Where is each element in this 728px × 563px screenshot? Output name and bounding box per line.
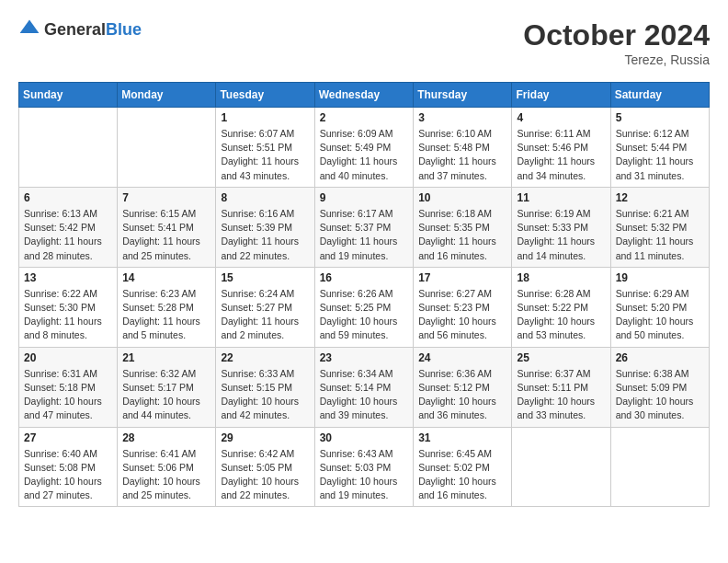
calendar-cell: 14Sunrise: 6:23 AM Sunset: 5:28 PM Dayli…: [118, 267, 216, 347]
day-info: Sunrise: 6:28 AM Sunset: 5:22 PM Dayligh…: [517, 287, 605, 343]
calendar-week-row: 27Sunrise: 6:40 AM Sunset: 5:08 PM Dayli…: [19, 427, 710, 507]
svg-marker-0: [20, 20, 40, 33]
day-info: Sunrise: 6:41 AM Sunset: 5:06 PM Dayligh…: [122, 447, 210, 503]
calendar-cell: 21Sunrise: 6:32 AM Sunset: 5:17 PM Dayli…: [118, 347, 216, 427]
day-info: Sunrise: 6:17 AM Sunset: 5:37 PM Dayligh…: [320, 207, 409, 263]
calendar-week-row: 6Sunrise: 6:13 AM Sunset: 5:42 PM Daylig…: [19, 187, 710, 267]
calendar-cell: [512, 427, 610, 507]
day-of-week-header: Saturday: [610, 83, 709, 108]
calendar-week-row: 20Sunrise: 6:31 AM Sunset: 5:18 PM Dayli…: [19, 347, 710, 427]
calendar-cell: 17Sunrise: 6:27 AM Sunset: 5:23 PM Dayli…: [414, 267, 512, 347]
day-number: 9: [320, 191, 409, 204]
day-number: 22: [221, 351, 309, 364]
day-of-week-header: Wednesday: [314, 83, 414, 108]
day-number: 8: [221, 191, 309, 204]
calendar-week-row: 1Sunrise: 6:07 AM Sunset: 5:51 PM Daylig…: [19, 108, 710, 188]
day-number: 21: [122, 351, 210, 364]
day-of-week-header: Friday: [512, 83, 610, 108]
day-info: Sunrise: 6:19 AM Sunset: 5:33 PM Dayligh…: [517, 207, 605, 263]
day-info: Sunrise: 6:22 AM Sunset: 5:30 PM Dayligh…: [24, 287, 112, 343]
day-info: Sunrise: 6:18 AM Sunset: 5:35 PM Dayligh…: [418, 207, 506, 263]
calendar-body: 1Sunrise: 6:07 AM Sunset: 5:51 PM Daylig…: [19, 108, 710, 507]
day-info: Sunrise: 6:40 AM Sunset: 5:08 PM Dayligh…: [24, 447, 112, 503]
calendar-cell: 2Sunrise: 6:09 AM Sunset: 5:49 PM Daylig…: [314, 108, 414, 188]
day-number: 16: [320, 271, 409, 284]
day-info: Sunrise: 6:43 AM Sunset: 5:03 PM Dayligh…: [320, 447, 409, 503]
day-number: 12: [616, 191, 704, 204]
calendar-cell: 6Sunrise: 6:13 AM Sunset: 5:42 PM Daylig…: [19, 187, 118, 267]
calendar-cell: 1Sunrise: 6:07 AM Sunset: 5:51 PM Daylig…: [216, 108, 314, 188]
calendar-cell: 5Sunrise: 6:12 AM Sunset: 5:44 PM Daylig…: [610, 108, 709, 188]
calendar-cell: 7Sunrise: 6:15 AM Sunset: 5:41 PM Daylig…: [118, 187, 216, 267]
days-header-row: SundayMondayTuesdayWednesdayThursdayFrid…: [19, 83, 710, 108]
day-info: Sunrise: 6:15 AM Sunset: 5:41 PM Dayligh…: [122, 207, 210, 263]
day-number: 13: [24, 271, 112, 284]
calendar-cell: 20Sunrise: 6:31 AM Sunset: 5:18 PM Dayli…: [19, 347, 118, 427]
calendar-cell: 24Sunrise: 6:36 AM Sunset: 5:12 PM Dayli…: [414, 347, 512, 427]
calendar-cell: 16Sunrise: 6:26 AM Sunset: 5:25 PM Dayli…: [314, 267, 414, 347]
calendar-cell: 19Sunrise: 6:29 AM Sunset: 5:20 PM Dayli…: [610, 267, 709, 347]
calendar-cell: 11Sunrise: 6:19 AM Sunset: 5:33 PM Dayli…: [512, 187, 610, 267]
logo: GeneralBlue: [18, 18, 142, 40]
day-info: Sunrise: 6:29 AM Sunset: 5:20 PM Dayligh…: [616, 287, 704, 343]
day-number: 15: [221, 271, 309, 284]
day-info: Sunrise: 6:42 AM Sunset: 5:05 PM Dayligh…: [221, 447, 309, 503]
day-info: Sunrise: 6:32 AM Sunset: 5:17 PM Dayligh…: [122, 367, 210, 423]
calendar-cell: [118, 108, 216, 188]
day-info: Sunrise: 6:12 AM Sunset: 5:44 PM Dayligh…: [616, 127, 704, 183]
calendar-cell: 15Sunrise: 6:24 AM Sunset: 5:27 PM Dayli…: [216, 267, 314, 347]
page-header: GeneralBlue October 2024 Tereze, Russia: [18, 18, 710, 67]
day-number: 19: [616, 271, 704, 284]
location: Tereze, Russia: [523, 52, 710, 67]
calendar-cell: 26Sunrise: 6:38 AM Sunset: 5:09 PM Dayli…: [610, 347, 709, 427]
calendar-cell: 27Sunrise: 6:40 AM Sunset: 5:08 PM Dayli…: [19, 427, 118, 507]
day-number: 30: [320, 431, 409, 444]
day-info: Sunrise: 6:38 AM Sunset: 5:09 PM Dayligh…: [616, 367, 704, 423]
calendar-cell: 31Sunrise: 6:45 AM Sunset: 5:02 PM Dayli…: [414, 427, 512, 507]
day-info: Sunrise: 6:16 AM Sunset: 5:39 PM Dayligh…: [221, 207, 309, 263]
calendar-week-row: 13Sunrise: 6:22 AM Sunset: 5:30 PM Dayli…: [19, 267, 710, 347]
calendar-cell: 12Sunrise: 6:21 AM Sunset: 5:32 PM Dayli…: [610, 187, 709, 267]
day-number: 20: [24, 351, 112, 364]
day-info: Sunrise: 6:26 AM Sunset: 5:25 PM Dayligh…: [320, 287, 409, 343]
day-info: Sunrise: 6:33 AM Sunset: 5:15 PM Dayligh…: [221, 367, 309, 423]
calendar-cell: 22Sunrise: 6:33 AM Sunset: 5:15 PM Dayli…: [216, 347, 314, 427]
day-number: 28: [122, 431, 210, 444]
logo-blue: Blue: [106, 20, 142, 39]
day-of-week-header: Sunday: [19, 83, 118, 108]
day-number: 3: [418, 111, 506, 124]
calendar-table: SundayMondayTuesdayWednesdayThursdayFrid…: [18, 82, 710, 507]
day-number: 7: [122, 191, 210, 204]
calendar-cell: 28Sunrise: 6:41 AM Sunset: 5:06 PM Dayli…: [118, 427, 216, 507]
day-info: Sunrise: 6:07 AM Sunset: 5:51 PM Dayligh…: [221, 127, 309, 183]
calendar-cell: 13Sunrise: 6:22 AM Sunset: 5:30 PM Dayli…: [19, 267, 118, 347]
day-number: 18: [517, 271, 605, 284]
month-title: October 2024: [523, 18, 710, 52]
day-number: 1: [221, 111, 309, 124]
day-of-week-header: Tuesday: [216, 83, 314, 108]
calendar-cell: 8Sunrise: 6:16 AM Sunset: 5:39 PM Daylig…: [216, 187, 314, 267]
day-number: 4: [517, 111, 605, 124]
day-info: Sunrise: 6:24 AM Sunset: 5:27 PM Dayligh…: [221, 287, 309, 343]
day-number: 14: [122, 271, 210, 284]
day-info: Sunrise: 6:13 AM Sunset: 5:42 PM Dayligh…: [24, 207, 112, 263]
calendar-cell: 10Sunrise: 6:18 AM Sunset: 5:35 PM Dayli…: [414, 187, 512, 267]
day-number: 6: [24, 191, 112, 204]
day-info: Sunrise: 6:27 AM Sunset: 5:23 PM Dayligh…: [418, 287, 506, 343]
calendar-cell: 29Sunrise: 6:42 AM Sunset: 5:05 PM Dayli…: [216, 427, 314, 507]
calendar-cell: 4Sunrise: 6:11 AM Sunset: 5:46 PM Daylig…: [512, 108, 610, 188]
day-info: Sunrise: 6:10 AM Sunset: 5:48 PM Dayligh…: [418, 127, 506, 183]
day-number: 27: [24, 431, 112, 444]
day-number: 25: [517, 351, 605, 364]
day-number: 10: [418, 191, 506, 204]
calendar-cell: [19, 108, 118, 188]
day-of-week-header: Thursday: [414, 83, 512, 108]
day-info: Sunrise: 6:45 AM Sunset: 5:02 PM Dayligh…: [418, 447, 506, 503]
day-number: 2: [320, 111, 409, 124]
day-number: 31: [418, 431, 506, 444]
calendar-cell: 18Sunrise: 6:28 AM Sunset: 5:22 PM Dayli…: [512, 267, 610, 347]
calendar-cell: [610, 427, 709, 507]
day-info: Sunrise: 6:31 AM Sunset: 5:18 PM Dayligh…: [24, 367, 112, 423]
day-number: 17: [418, 271, 506, 284]
day-info: Sunrise: 6:23 AM Sunset: 5:28 PM Dayligh…: [122, 287, 210, 343]
